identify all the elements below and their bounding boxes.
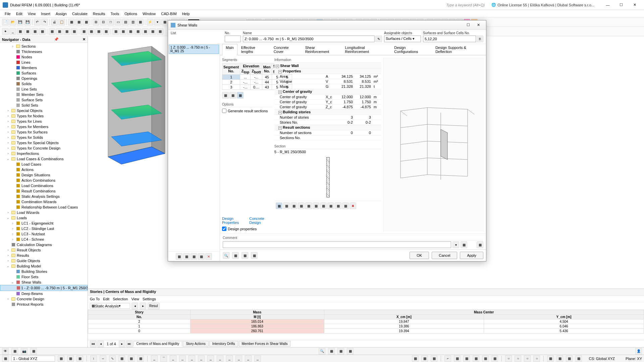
tool-icon[interactable]: ⎯ <box>151 355 158 362</box>
next-icon[interactable]: ▸ <box>140 303 146 309</box>
tool-icon[interactable]: ▦ <box>491 355 498 362</box>
tool-icon[interactable]: ▦ <box>421 355 428 362</box>
bp-menu-goto[interactable]: Go To <box>90 297 100 301</box>
tree-item[interactable]: ›Types for Surfaces <box>0 129 88 135</box>
tree-item[interactable]: Result Combinations <box>0 188 88 194</box>
tool-icon[interactable]: ▦ <box>463 355 470 362</box>
tool-icon[interactable]: ⌒ <box>160 355 167 362</box>
tree-item[interactable]: ›Guide Objects <box>0 258 88 263</box>
tree-item[interactable]: ⌄Shear Walls <box>0 280 88 285</box>
navigator-tree[interactable]: ›SectionsThicknessesNodesLinesMembersSur… <box>0 43 88 347</box>
tool-icon[interactable]: □ <box>107 19 114 25</box>
tool-icon[interactable]: ▦ <box>473 355 479 362</box>
tool-icon[interactable]: ▦ <box>335 202 341 209</box>
bp-menu-settings[interactable]: Settings <box>143 297 156 301</box>
pin-icon[interactable]: 📌 <box>54 37 59 42</box>
tool-icon[interactable]: ▦ <box>80 28 87 35</box>
tree-item[interactable]: ›Concrete Design <box>0 296 88 302</box>
assignable-combo[interactable]: Surfaces / Cells ▾ <box>384 36 421 42</box>
help-icon[interactable]: 🔍 <box>223 252 229 259</box>
tool-icon[interactable]: ▦ <box>431 355 437 362</box>
prev-icon[interactable]: ◂ <box>131 303 138 309</box>
search-icon[interactable]: 🔍 <box>319 348 325 355</box>
tree-item[interactable]: Actions <box>0 167 88 172</box>
dialog-close-button[interactable]: ✕ <box>473 23 483 27</box>
tool-icon[interactable]: ⎯ <box>245 355 252 362</box>
tree-item[interactable]: ›Types for Special Objects <box>0 140 88 145</box>
bp-menu-edit[interactable]: Edit <box>103 297 109 301</box>
tab-concrete-cover[interactable]: Concrete Cover <box>270 44 302 55</box>
tab-long-reinf[interactable]: Longitudinal Reinforcement <box>341 44 391 55</box>
tool-icon[interactable]: ▦ <box>56 28 63 35</box>
tool-icon[interactable]: ▦ <box>88 28 95 35</box>
tree-item[interactable]: Nodes <box>0 54 88 60</box>
edit-name-icon[interactable]: ✎ <box>375 36 382 42</box>
tool-icon[interactable]: ▦ <box>191 253 197 260</box>
analysis-combo[interactable]: ▦ Static Analysis ▾ <box>90 303 130 309</box>
tool-icon[interactable]: ▦ <box>290 202 297 209</box>
seg-tool-icon[interactable]: ▦ <box>237 92 244 99</box>
tool-icon[interactable]: ▦ <box>198 253 205 260</box>
tool-icon[interactable]: ○ <box>533 355 540 362</box>
tree-item[interactable]: ⌄Loads <box>0 215 88 221</box>
tool-icon[interactable]: ⎯ <box>198 355 205 362</box>
tool-icon[interactable]: ⎯ <box>170 355 176 362</box>
tool-icon[interactable]: ▦ <box>161 19 168 25</box>
tool-icon[interactable]: ▦ <box>347 348 354 355</box>
tree-item[interactable]: Building Stories <box>0 269 88 274</box>
tool-icon[interactable]: ▦ <box>241 252 248 259</box>
tool-icon[interactable]: ▦ <box>30 348 37 355</box>
seg-tool-icon[interactable]: ▦ <box>222 92 229 99</box>
tree-item[interactable]: ›LC4 - Schnee <box>0 237 88 242</box>
ok-button[interactable]: OK <box>410 252 429 259</box>
menu-edit[interactable]: Edit <box>13 11 25 16</box>
camera-icon[interactable]: 📷 <box>21 348 28 355</box>
menu-help[interactable]: Help <box>179 11 193 16</box>
tool-icon[interactable]: ▦ <box>337 348 344 355</box>
close-button[interactable]: ✕ <box>628 0 641 10</box>
tool-icon[interactable]: ▦ <box>566 355 573 362</box>
tree-item[interactable]: ⌄Building Model <box>0 263 88 269</box>
close-panel-icon[interactable]: ✕ <box>83 37 86 42</box>
tree-item[interactable]: ›Types for Solids <box>0 135 88 140</box>
tree-item[interactable]: Floor Sets <box>0 274 88 280</box>
tool-icon[interactable]: ▾ <box>154 19 161 25</box>
tree-item[interactable]: ⌄Load Cases & Combinations <box>0 156 88 162</box>
tool-icon[interactable]: ▦ <box>135 28 141 35</box>
tree-item[interactable]: Surfaces <box>0 70 88 76</box>
tab-design-config[interactable]: Design Configurations <box>390 44 432 55</box>
tool-icon[interactable]: ▦ <box>128 355 135 362</box>
undo-icon[interactable]: ↶ <box>34 19 41 25</box>
dialog-max-button[interactable]: ☐ <box>463 23 473 27</box>
tool-icon[interactable]: ▦ <box>157 28 163 35</box>
tool-icon[interactable]: ▦ <box>39 28 46 35</box>
menu-calculate[interactable]: Calculate <box>69 11 90 16</box>
tool-icon[interactable]: ▦ <box>11 348 18 355</box>
print-icon[interactable]: 🖨 <box>51 19 58 25</box>
delete-icon[interactable]: ✕ <box>205 253 212 260</box>
tool-icon[interactable]: ▦ <box>2 355 9 362</box>
user-icon[interactable]: 👤 <box>635 348 642 355</box>
tool-icon[interactable]: ▦ <box>75 19 82 25</box>
tree-item[interactable]: ›Load Wizards <box>0 210 88 215</box>
tree-item[interactable]: ›Types for Lines <box>0 119 88 124</box>
tree-item[interactable]: Combination Wizards <box>0 199 88 204</box>
tool-icon[interactable]: ▦ <box>127 28 134 35</box>
tree-item[interactable]: Design Situations <box>0 172 88 178</box>
tree-item[interactable]: ›Sections <box>0 44 88 49</box>
menu-view[interactable]: View <box>25 11 39 16</box>
no-input[interactable] <box>225 36 241 42</box>
tool-icon[interactable]: ▦ <box>67 355 74 362</box>
tool-icon[interactable]: ⎯ <box>9 28 16 35</box>
tab-com[interactable]: Centers of Mass and Rigidity <box>133 341 182 347</box>
new-icon[interactable]: 📄 <box>2 19 9 25</box>
maximize-button[interactable]: ☐ <box>614 0 628 10</box>
tool-icon[interactable]: ▦ <box>556 355 563 362</box>
tree-item[interactable]: ›Results <box>0 253 88 258</box>
tool-icon[interactable]: ▦ <box>76 355 83 362</box>
tree-item[interactable]: Member Sets <box>0 92 88 97</box>
tree-item[interactable]: ›Result Objects <box>0 247 88 253</box>
tab-shear-reinf[interactable]: Shear Reinforcement <box>302 44 341 55</box>
bp-menu-selection[interactable]: Selection <box>113 297 128 301</box>
calc-icon[interactable]: ⚡ <box>147 19 153 25</box>
